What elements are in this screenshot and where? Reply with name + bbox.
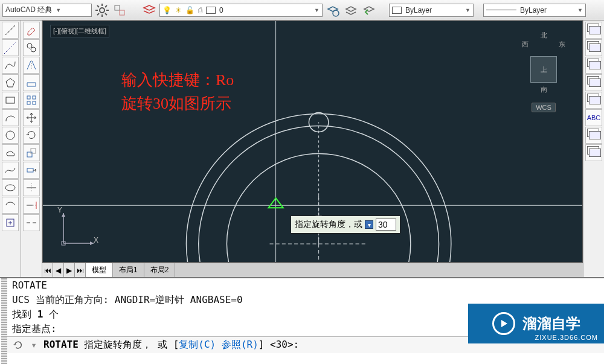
tab-next-icon[interactable]: ▶ <box>64 263 75 277</box>
ucs-x-label: X <box>94 236 98 244</box>
linetype-value: ByLayer <box>520 6 547 14</box>
layer-name: 0 <box>219 6 223 14</box>
svg-rect-10 <box>120 10 124 15</box>
angle-input[interactable] <box>376 219 396 231</box>
layers-stack3-icon[interactable] <box>585 57 602 74</box>
layers-stack4-icon[interactable] <box>585 74 602 91</box>
break-tool[interactable] <box>23 214 40 231</box>
viewcube[interactable]: 北 西 东 上 南 WCS <box>522 31 565 97</box>
left-toolbar-draw <box>0 21 21 277</box>
layer-prev-icon[interactable] <box>361 2 377 18</box>
layer-props-icon[interactable] <box>141 2 157 18</box>
layers-stack-icon[interactable] <box>585 22 602 39</box>
layers-stack7-icon[interactable] <box>585 144 602 161</box>
layers-stack5-icon[interactable] <box>585 92 602 109</box>
workspace-switch-icon[interactable] <box>112 2 128 18</box>
svg-point-11 <box>333 10 339 16</box>
text-style-icon[interactable]: ABC <box>585 109 602 126</box>
chevron-down-icon: ▼ <box>465 7 471 13</box>
prompt-text: 指定旋转角度，或 <box>295 219 362 230</box>
chevron-down-icon: ▼ <box>577 7 583 13</box>
erase-tool[interactable] <box>23 22 40 39</box>
construction-line-tool[interactable] <box>2 39 19 56</box>
offset-tool[interactable] <box>23 74 40 91</box>
color-combo[interactable]: ByLayer ▼ <box>389 4 474 17</box>
layer-color-swatch <box>206 7 216 14</box>
layers-stack6-icon[interactable] <box>585 127 602 144</box>
revcloud-tool[interactable] <box>2 144 19 161</box>
svg-line-7 <box>97 13 99 15</box>
dynamic-input-prompt: 指定旋转角度，或 ▾ <box>291 216 400 234</box>
workspace-label: AutoCAD 经典 <box>5 5 52 15</box>
chevron-down-icon[interactable]: ▾ <box>28 339 40 351</box>
line-tool[interactable] <box>2 22 19 39</box>
command-input-text: ROTATE 指定旋转角度， 或 [复制(C) 参照(R)] <30>: <box>43 339 299 351</box>
ellipse-arc-tool[interactable] <box>2 197 19 214</box>
mirror-tool[interactable] <box>23 57 40 74</box>
svg-marker-14 <box>6 78 14 87</box>
circle-tool[interactable] <box>2 127 19 144</box>
move-tool[interactable] <box>23 109 40 126</box>
layer-state-icon[interactable] <box>325 2 341 18</box>
arc-tool[interactable] <box>2 109 19 126</box>
top-ribbon: AutoCAD 经典 ▼ 💡 ☀ 🔓 ⎙ 0 ▼ ByLayer ▼ ByLay… <box>0 0 604 21</box>
spline-tool[interactable] <box>2 162 19 179</box>
svg-rect-25 <box>33 101 36 104</box>
annotation-line1: 输入快捷键：Ro <box>121 68 234 92</box>
tab-label: 模型 <box>92 265 106 275</box>
workspace-combo[interactable]: AutoCAD 经典 ▼ <box>2 4 92 17</box>
tab-layout1[interactable]: 布局1 <box>113 263 144 277</box>
svg-rect-27 <box>31 148 36 153</box>
svg-rect-26 <box>27 152 32 157</box>
rectangle-tool[interactable] <box>2 92 19 109</box>
polyline-tool[interactable] <box>2 57 19 74</box>
watermark-url: ZIXUE.3D66.COM <box>535 334 598 341</box>
linetype-combo[interactable]: ByLayer ▼ <box>483 4 586 17</box>
tab-layout2[interactable]: 布局2 <box>144 263 176 277</box>
copy-tool[interactable] <box>23 39 40 56</box>
viewport[interactable]: [-][俯视][二维线框] 输入快捷键：Ro 旋转30如图所示 <box>42 21 583 263</box>
cmd-option-ref[interactable]: 参照(R) <box>222 339 259 350</box>
watermark-badge: 溜溜自学 ZIXUE.3D66.COM <box>468 304 604 343</box>
bulb-icon: 💡 <box>162 6 172 14</box>
wcs-badge[interactable]: WCS <box>532 103 556 112</box>
layer-match-icon[interactable] <box>343 2 359 18</box>
ellipse-tool[interactable] <box>2 179 19 196</box>
svg-rect-22 <box>27 96 30 99</box>
viewport-label[interactable]: [-][俯视][二维线框] <box>50 25 109 37</box>
stretch-tool[interactable] <box>23 162 40 179</box>
line-preview <box>486 10 516 10</box>
rotate-tool[interactable] <box>23 127 40 144</box>
ucs-icon: Y X <box>57 207 100 251</box>
viewcube-north: 北 <box>522 31 565 40</box>
ucs-y-label: Y <box>57 206 62 214</box>
dropdown-icon[interactable]: ▾ <box>365 220 373 229</box>
cmdwin-grip[interactable] <box>1 278 7 364</box>
layer-combo[interactable]: 💡 ☀ 🔓 ⎙ 0 ▼ <box>159 4 323 17</box>
viewcube-face[interactable]: 上 <box>530 56 557 83</box>
svg-line-12 <box>5 25 15 35</box>
gear-icon[interactable] <box>94 2 110 18</box>
tab-prev-icon[interactable]: ◀ <box>53 263 64 277</box>
command-rotate-icon <box>12 339 24 351</box>
array-tool[interactable] <box>23 92 40 109</box>
scale-tool[interactable] <box>23 144 40 161</box>
print-icon: ⎙ <box>198 6 202 14</box>
svg-line-8 <box>105 5 107 7</box>
svg-line-6 <box>105 13 107 15</box>
tab-last-icon[interactable]: ⏭ <box>75 263 86 277</box>
cmd-option-copy[interactable]: 复制(C) <box>179 339 216 350</box>
trim-tool[interactable] <box>23 179 40 196</box>
extend-tool[interactable] <box>23 197 40 214</box>
svg-point-17 <box>5 185 15 191</box>
polygon-tool[interactable] <box>2 74 19 91</box>
svg-point-20 <box>31 47 36 52</box>
right-toolbar: ABC <box>583 21 604 277</box>
tab-first-icon[interactable]: ⏮ <box>42 263 53 277</box>
tab-model[interactable]: 模型 <box>86 263 113 277</box>
insert-block-tool[interactable] <box>2 214 19 231</box>
svg-rect-9 <box>115 5 120 10</box>
color-value: ByLayer <box>405 6 432 14</box>
svg-point-16 <box>6 131 14 139</box>
layers-stack2-icon[interactable] <box>585 39 602 56</box>
